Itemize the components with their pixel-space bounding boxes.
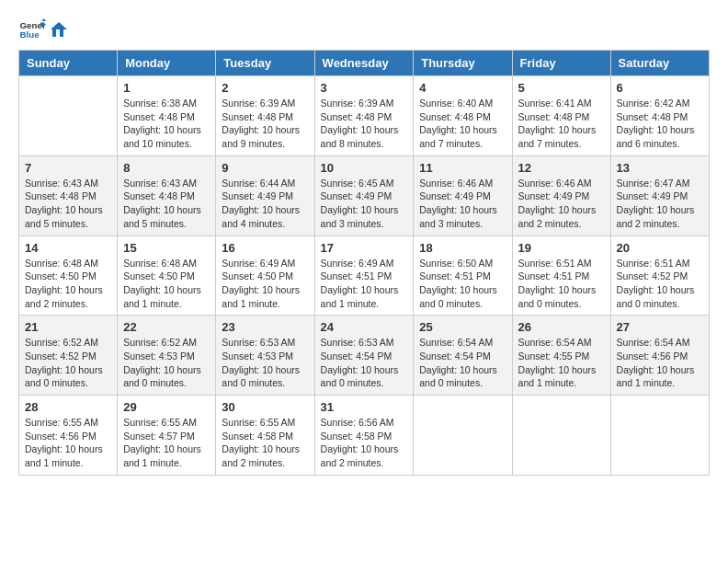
day-number: 18	[419, 241, 506, 255]
day-cell-text: Sunrise: 6:54 AMSunset: 4:56 PMDaylight:…	[617, 336, 703, 390]
day-cell-text: Sunrise: 6:46 AMSunset: 4:49 PMDaylight:…	[518, 177, 605, 231]
day-cell-text: Sunrise: 6:48 AMSunset: 4:50 PMDaylight:…	[123, 257, 210, 311]
day-cell-text: Sunrise: 6:53 AMSunset: 4:54 PMDaylight:…	[321, 336, 408, 390]
day-cell-text: Sunrise: 6:55 AMSunset: 4:58 PMDaylight:…	[222, 416, 308, 470]
day-header-wednesday: Wednesday	[314, 51, 414, 76]
day-cell-text: Sunrise: 6:51 AMSunset: 4:52 PMDaylight:…	[617, 257, 703, 311]
svg-marker-3	[40, 23, 45, 28]
calendar-day-cell: 8Sunrise: 6:43 AMSunset: 4:48 PMDaylight…	[118, 155, 216, 236]
empty-cell	[414, 396, 512, 476]
day-cell-text: Sunrise: 6:38 AMSunset: 4:48 PMDaylight:…	[123, 97, 210, 151]
calendar-day-cell: 29Sunrise: 6:55 AMSunset: 4:57 PMDayligh…	[118, 396, 216, 476]
calendar-day-cell: 17Sunrise: 6:49 AMSunset: 4:51 PMDayligh…	[314, 236, 414, 316]
day-number: 23	[222, 320, 308, 334]
calendar-day-cell: 2Sunrise: 6:39 AMSunset: 4:48 PMDaylight…	[216, 76, 314, 156]
day-number: 7	[25, 161, 111, 175]
empty-cell	[512, 396, 610, 476]
calendar-week-row: 1Sunrise: 6:38 AMSunset: 4:48 PMDaylight…	[19, 76, 710, 156]
day-header-sunday: Sunday	[19, 51, 118, 76]
calendar-day-cell: 23Sunrise: 6:53 AMSunset: 4:53 PMDayligh…	[216, 316, 314, 396]
calendar-week-row: 14Sunrise: 6:48 AMSunset: 4:50 PMDayligh…	[19, 236, 710, 316]
day-cell-text: Sunrise: 6:56 AMSunset: 4:58 PMDaylight:…	[321, 416, 408, 470]
day-cell-text: Sunrise: 6:54 AMSunset: 4:54 PMDaylight:…	[419, 336, 506, 390]
day-number: 20	[617, 241, 703, 255]
day-cell-text: Sunrise: 6:53 AMSunset: 4:53 PMDaylight:…	[222, 336, 308, 390]
day-number: 29	[123, 400, 210, 414]
day-cell-text: Sunrise: 6:51 AMSunset: 4:51 PMDaylight:…	[518, 257, 605, 311]
calendar-day-cell: 10Sunrise: 6:45 AMSunset: 4:49 PMDayligh…	[314, 155, 414, 236]
day-number: 28	[25, 400, 111, 414]
day-number: 31	[321, 400, 408, 414]
day-cell-text: Sunrise: 6:43 AMSunset: 4:48 PMDaylight:…	[123, 177, 210, 231]
svg-text:Blue: Blue	[20, 29, 40, 40]
day-number: 1	[123, 81, 210, 95]
calendar-day-cell: 11Sunrise: 6:46 AMSunset: 4:49 PMDayligh…	[414, 155, 512, 236]
calendar-week-row: 7Sunrise: 6:43 AMSunset: 4:48 PMDaylight…	[19, 155, 710, 236]
calendar-week-row: 28Sunrise: 6:55 AMSunset: 4:56 PMDayligh…	[19, 396, 710, 476]
calendar-day-cell: 18Sunrise: 6:50 AMSunset: 4:51 PMDayligh…	[414, 236, 512, 316]
day-cell-text: Sunrise: 6:40 AMSunset: 4:48 PMDaylight:…	[419, 97, 506, 151]
day-cell-text: Sunrise: 6:44 AMSunset: 4:49 PMDaylight:…	[222, 177, 308, 231]
day-number: 2	[222, 81, 308, 95]
day-number: 5	[518, 81, 605, 95]
day-number: 10	[321, 161, 408, 175]
day-number: 26	[518, 320, 605, 334]
day-number: 16	[222, 241, 308, 255]
day-cell-text: Sunrise: 6:52 AMSunset: 4:52 PMDaylight:…	[25, 336, 111, 390]
day-number: 14	[25, 241, 111, 255]
calendar-day-cell: 16Sunrise: 6:49 AMSunset: 4:50 PMDayligh…	[216, 236, 314, 316]
day-number: 4	[419, 81, 506, 95]
day-cell-text: Sunrise: 6:47 AMSunset: 4:49 PMDaylight:…	[617, 177, 703, 231]
day-cell-text: Sunrise: 6:49 AMSunset: 4:50 PMDaylight:…	[222, 257, 308, 311]
day-cell-text: Sunrise: 6:46 AMSunset: 4:49 PMDaylight:…	[419, 177, 506, 231]
day-number: 8	[123, 161, 210, 175]
day-header-tuesday: Tuesday	[216, 51, 314, 76]
calendar-day-cell: 3Sunrise: 6:39 AMSunset: 4:48 PMDaylight…	[314, 76, 414, 156]
day-header-saturday: Saturday	[610, 51, 709, 76]
calendar-header-row: SundayMondayTuesdayWednesdayThursdayFrid…	[19, 51, 710, 76]
logo-bird-icon	[51, 22, 67, 37]
day-cell-text: Sunrise: 6:39 AMSunset: 4:48 PMDaylight:…	[321, 97, 408, 151]
day-number: 25	[419, 320, 506, 334]
logo: General Blue	[18, 18, 68, 40]
calendar-day-cell: 27Sunrise: 6:54 AMSunset: 4:56 PMDayligh…	[610, 316, 709, 396]
day-cell-text: Sunrise: 6:52 AMSunset: 4:53 PMDaylight:…	[123, 336, 210, 390]
calendar-week-row: 21Sunrise: 6:52 AMSunset: 4:52 PMDayligh…	[19, 316, 710, 396]
calendar-day-cell: 12Sunrise: 6:46 AMSunset: 4:49 PMDayligh…	[512, 155, 610, 236]
calendar-day-cell: 20Sunrise: 6:51 AMSunset: 4:52 PMDayligh…	[610, 236, 709, 316]
day-number: 27	[617, 320, 703, 334]
empty-cell	[610, 396, 709, 476]
day-cell-text: Sunrise: 6:55 AMSunset: 4:56 PMDaylight:…	[25, 416, 111, 470]
empty-cell	[19, 76, 118, 156]
calendar-table: SundayMondayTuesdayWednesdayThursdayFrid…	[18, 50, 710, 476]
calendar-day-cell: 19Sunrise: 6:51 AMSunset: 4:51 PMDayligh…	[512, 236, 610, 316]
day-cell-text: Sunrise: 6:42 AMSunset: 4:48 PMDaylight:…	[617, 97, 703, 151]
day-cell-text: Sunrise: 6:39 AMSunset: 4:48 PMDaylight:…	[222, 97, 308, 151]
svg-marker-4	[51, 22, 67, 37]
day-number: 3	[321, 81, 408, 95]
day-number: 11	[419, 161, 506, 175]
day-cell-text: Sunrise: 6:55 AMSunset: 4:57 PMDaylight:…	[123, 416, 210, 470]
day-number: 24	[321, 320, 408, 334]
calendar-day-cell: 30Sunrise: 6:55 AMSunset: 4:58 PMDayligh…	[216, 396, 314, 476]
day-cell-text: Sunrise: 6:50 AMSunset: 4:51 PMDaylight:…	[419, 257, 506, 311]
calendar-day-cell: 28Sunrise: 6:55 AMSunset: 4:56 PMDayligh…	[19, 396, 118, 476]
day-cell-text: Sunrise: 6:43 AMSunset: 4:48 PMDaylight:…	[25, 177, 111, 231]
day-cell-text: Sunrise: 6:41 AMSunset: 4:48 PMDaylight:…	[518, 97, 605, 151]
calendar-day-cell: 15Sunrise: 6:48 AMSunset: 4:50 PMDayligh…	[118, 236, 216, 316]
day-header-thursday: Thursday	[414, 51, 512, 76]
day-number: 6	[617, 81, 703, 95]
page-header: General Blue	[18, 18, 710, 40]
calendar-day-cell: 14Sunrise: 6:48 AMSunset: 4:50 PMDayligh…	[19, 236, 118, 316]
calendar-day-cell: 22Sunrise: 6:52 AMSunset: 4:53 PMDayligh…	[118, 316, 216, 396]
day-number: 19	[518, 241, 605, 255]
calendar-day-cell: 9Sunrise: 6:44 AMSunset: 4:49 PMDaylight…	[216, 155, 314, 236]
day-number: 30	[222, 400, 308, 414]
day-cell-text: Sunrise: 6:48 AMSunset: 4:50 PMDaylight:…	[25, 257, 111, 311]
day-header-monday: Monday	[118, 51, 216, 76]
calendar-day-cell: 7Sunrise: 6:43 AMSunset: 4:48 PMDaylight…	[19, 155, 118, 236]
day-number: 13	[617, 161, 703, 175]
day-number: 17	[321, 241, 408, 255]
calendar-day-cell: 25Sunrise: 6:54 AMSunset: 4:54 PMDayligh…	[414, 316, 512, 396]
day-number: 15	[123, 241, 210, 255]
